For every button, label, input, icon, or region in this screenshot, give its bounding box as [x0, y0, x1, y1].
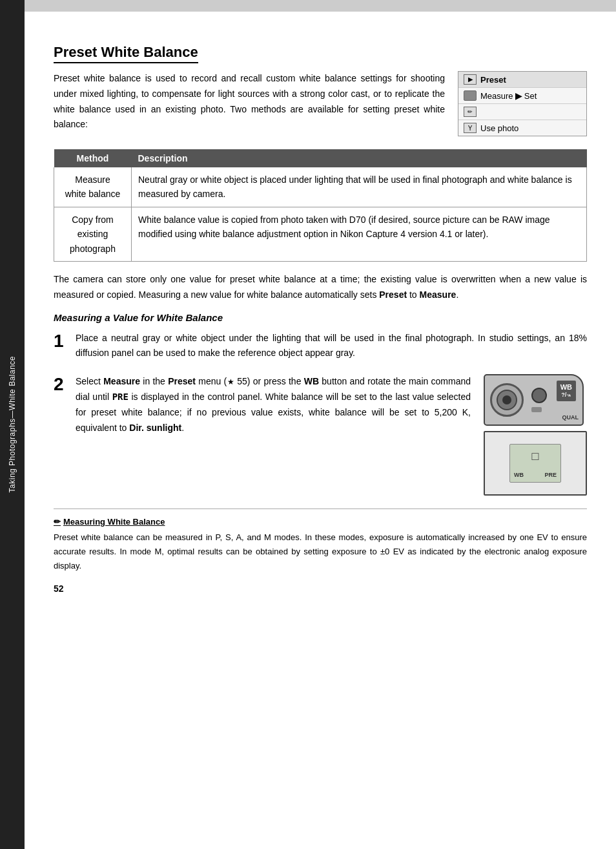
lens-inner — [497, 390, 517, 410]
table-header-method: Method — [54, 149, 132, 167]
camera-lcd-panel: □ WB PRE — [484, 431, 587, 496]
methods-table: Method Description Measurewhite balance … — [54, 149, 587, 262]
wb-labels: WB ?/◦ₙ — [557, 381, 576, 401]
sidebar-label: Taking Photographs—White Balance — [8, 351, 17, 498]
menu-row-pencil: ✏ — [458, 104, 586, 120]
lens-center — [502, 395, 511, 404]
menu-row-preset: ▶ Preset — [458, 72, 586, 88]
wb-text: WB — [560, 383, 572, 392]
wb-sub: ?/◦ₙ — [560, 392, 572, 399]
step-2-text: Select Measure in the Preset menu (★ 55)… — [76, 374, 471, 435]
menu-row-usephoto: Υ Use photo — [458, 120, 586, 136]
table-header-description: Description — [132, 149, 587, 167]
table-row: Measurewhite balance Neutral gray or whi… — [54, 167, 587, 207]
intro-text: Preset white balance is used to record a… — [54, 71, 445, 136]
table-cell-method-1: Measurewhite balance — [54, 167, 132, 207]
step-2-number: 2 — [54, 375, 67, 393]
lcd-wb-text: WB — [514, 472, 524, 478]
lens — [490, 383, 524, 417]
section-subtitle: Measuring a Value for White Balance — [54, 312, 587, 323]
menu-icon-circle — [464, 90, 477, 101]
note-section: Measuring White Balance Preset white bal… — [54, 508, 587, 573]
table-cell-desc-2: White balance value is copied from photo… — [132, 207, 587, 261]
dial-1 — [531, 388, 547, 403]
pencil-icon — [54, 517, 61, 527]
qual-label: QUAL — [562, 414, 579, 421]
intro-section: Preset white balance is used to record a… — [54, 71, 587, 136]
menu-icon-pencil: ✏ — [464, 107, 477, 117]
table-row: Copy fromexistingphotograph White balanc… — [54, 207, 587, 261]
step-2-content: Select Measure in the Preset menu (★ 55)… — [76, 374, 587, 496]
note-title: Measuring White Balance — [54, 517, 587, 527]
menu-usephoto-label: Use photo — [480, 123, 518, 133]
step-1-number: 1 — [54, 332, 67, 350]
body-text: The camera can store only one value for … — [54, 272, 587, 303]
lcd-display: □ WB PRE — [509, 444, 561, 483]
sidebar: Taking Photographs—White Balance — [0, 0, 25, 849]
step-2-images: WB ?/◦ₙ QUAL □ WB PRE — [484, 374, 587, 496]
menu-measure-label: Measure ▶ Set — [480, 91, 537, 101]
lcd-icon: □ — [532, 450, 539, 463]
table-cell-desc-1: Neutral gray or white object is placed u… — [132, 167, 587, 207]
camera-top-diagram: WB ?/◦ₙ QUAL — [484, 374, 584, 426]
content-wrapper: Preset White Balance Preset white balanc… — [54, 31, 587, 594]
main-content: Preset White Balance Preset white balanc… — [25, 0, 616, 849]
page-title: Preset White Balance — [54, 44, 198, 63]
menu-row-measure: Measure ▶ Set — [458, 88, 586, 104]
step-1-row: 1 Place a neutral gray or white object u… — [54, 331, 587, 362]
menu-icon-y: Υ — [464, 123, 477, 133]
note-text: Preset white balance can be measured in … — [54, 530, 587, 573]
wb-label: WB ?/◦ₙ — [557, 381, 576, 401]
table-cell-method-2: Copy fromexistingphotograph — [54, 207, 132, 261]
button-wb — [531, 407, 542, 412]
lcd-bottom: WB PRE — [510, 472, 560, 478]
step-2-paragraph: Select Measure in the Preset menu (★ 55)… — [76, 374, 471, 435]
lcd-pre-text: PRE — [544, 472, 557, 478]
camera-controls — [531, 388, 547, 412]
page-number: 52 — [54, 583, 587, 594]
menu-icon-play: ▶ — [464, 74, 477, 85]
note-title-text: Measuring White Balance — [63, 517, 165, 527]
menu-preset-label: Preset — [480, 75, 506, 85]
step-2-row: 2 Select Measure in the Preset menu (★ 5… — [54, 374, 587, 496]
step-1-text: Place a neutral gray or white object und… — [76, 331, 587, 362]
top-bar — [25, 0, 616, 12]
menu-diagram: ▶ Preset Measure ▶ Set ✏ Υ Use photo — [458, 71, 587, 136]
